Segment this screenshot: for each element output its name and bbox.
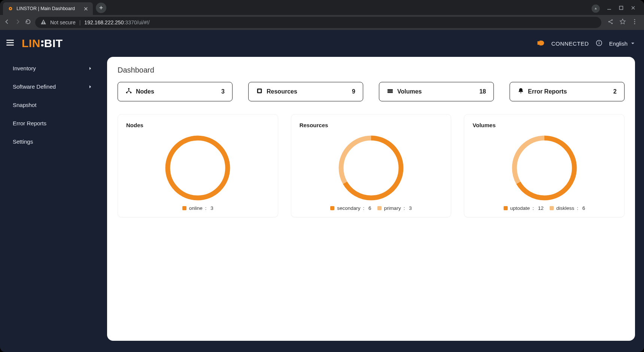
sidebar: InventorySoftware DefinedSnapshotError R… [0,57,105,345]
desktop-root: LINSTOR | Main Dashboard ✕ + Not secure … [0,0,644,352]
language-dropdown[interactable]: English [609,40,635,47]
stat-value: 18 [479,88,486,95]
tab-close-icon[interactable]: ✕ [83,6,88,12]
tab-title: LINSTOR | Main Dashboard [16,6,75,11]
svg-rect-30 [388,92,393,93]
browser-chrome: LINSTOR | Main Dashboard ✕ + Not secure … [0,0,644,30]
omnibox-separator: | [79,19,81,25]
logo-colon-icon [41,40,43,46]
chart-title: Nodes [126,122,270,128]
connection-plug-icon [535,39,544,48]
resources-icon [256,88,263,96]
stat-card-resources[interactable]: Resources9 [248,82,363,101]
stat-label: Volumes [397,88,422,95]
svg-point-8 [608,21,610,22]
sidebar-item-snapshot[interactable]: Snapshot [3,96,102,114]
svg-rect-18 [542,42,544,42]
bell-icon [517,88,524,96]
svg-point-10 [611,23,613,24]
stat-row: Nodes3Resources9Volumes18Error Reports2 [118,82,625,101]
window-controls [592,4,641,15]
sidebar-item-label: Settings [13,138,33,145]
browser-back-button[interactable] [4,18,10,27]
language-label: English [609,40,628,47]
sidebar-item-error-reports[interactable]: Error Reports [3,114,102,132]
browser-tab[interactable]: LINSTOR | Main Dashboard ✕ [3,2,93,15]
stat-card-error-reports[interactable]: Error Reports2 [510,82,625,101]
brand-logo[interactable]: LIN BIT [22,37,63,50]
app-root: LIN BIT CONNECTED English InventorySoftw [0,30,644,352]
svg-point-12 [634,21,635,22]
svg-point-22 [599,41,599,42]
svg-rect-7 [43,23,44,24]
chart-title: Resources [300,122,443,128]
stat-card-volumes[interactable]: Volumes18 [379,82,494,101]
legend-value: 6 [368,205,371,211]
svg-point-9 [611,19,613,21]
legend-swatch [330,206,334,210]
sidebar-item-label: Snapshot [13,102,36,108]
share-icon[interactable] [607,18,614,27]
connection-status: CONNECTED [551,40,589,47]
browser-address-bar[interactable]: Not secure | 192.168.222.250:3370/ui/#!/ [35,17,601,28]
window-maximize-icon[interactable] [619,5,624,12]
chart-title: Volumes [473,122,616,128]
browser-menu-icon[interactable] [631,18,638,27]
legend-swatch [182,206,186,210]
window-minimize-icon[interactable] [607,5,612,12]
donut-chart [300,131,443,205]
nodes-icon [125,88,132,96]
chart-card-nodes: Nodes online: 3 [118,114,278,217]
sidebar-item-inventory[interactable]: Inventory [3,59,102,77]
account-chip-icon[interactable] [592,4,600,13]
browser-forward-button[interactable] [14,18,21,27]
logo-text-lin: LIN [22,37,40,50]
legend-item[interactable]: uptodate: 12 [504,205,544,211]
svg-rect-29 [388,91,393,92]
svg-point-13 [634,23,635,24]
stat-card-nodes[interactable]: Nodes3 [118,82,233,101]
app-topbar: LIN BIT CONNECTED English [0,30,644,57]
sidebar-item-label: Software Defined [13,83,56,90]
donut-chart [126,131,270,205]
legend-label: primary [384,205,401,211]
stat-label: Resources [267,88,297,95]
svg-point-1 [10,8,11,9]
svg-rect-28 [388,89,393,91]
svg-rect-27 [258,89,261,92]
browser-toolbar: Not secure | 192.168.222.250:3370/ui/#!/ [0,15,644,30]
chart-row: Nodes online: 3 Resources secondary: 6 p… [118,114,625,217]
svg-rect-3 [620,6,623,10]
window-close-icon[interactable] [631,5,636,12]
chart-legend: secondary: 6 primary: 3 [300,205,443,211]
tab-favicon [7,6,13,12]
chart-legend: uptodate: 12 diskless: 6 [473,205,616,211]
browser-tab-strip: LINSTOR | Main Dashboard ✕ + [0,0,644,15]
chart-card-resources: Resources secondary: 6 primary: 3 [291,114,452,217]
bookmark-star-icon[interactable] [619,18,626,27]
legend-label: secondary [337,205,360,211]
legend-item[interactable]: secondary: 6 [330,205,371,211]
legend-item[interactable]: online: 3 [182,205,213,211]
legend-value: 3 [409,205,412,211]
new-tab-button[interactable]: + [96,3,106,13]
content-card: Dashboard Nodes3Resources9Volumes18Error… [107,57,635,341]
legend-value: 6 [582,205,585,211]
legend-swatch [504,206,508,210]
legend-value: 3 [210,205,213,211]
hamburger-menu-button[interactable] [5,38,15,49]
legend-item[interactable]: primary: 3 [377,205,412,211]
page-title: Dashboard [118,66,625,74]
legend-value: 12 [538,205,544,211]
chart-card-volumes: Volumes uptodate: 12 diskless: 6 [464,114,625,217]
sidebar-item-software-defined[interactable]: Software Defined [3,77,102,96]
info-icon[interactable] [596,40,602,48]
sidebar-item-label: Inventory [13,65,36,71]
legend-item[interactable]: diskless: 6 [550,205,585,211]
legend-swatch [550,206,554,210]
browser-toolbar-right [605,18,640,27]
sidebar-item-settings[interactable]: Settings [3,132,102,151]
legend-label: uptodate [510,205,530,211]
browser-reload-button[interactable] [25,18,31,27]
main-row: InventorySoftware DefinedSnapshotError R… [0,57,644,352]
